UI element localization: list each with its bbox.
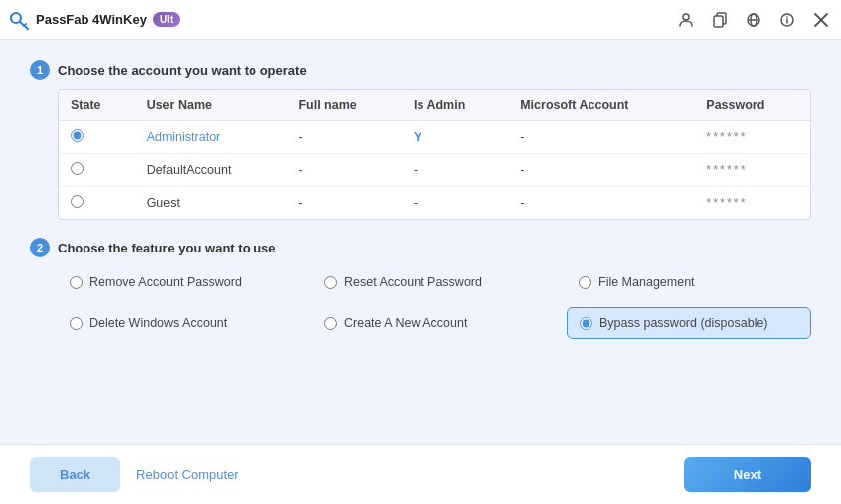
reboot-link[interactable]: Reboot Computer xyxy=(136,467,239,482)
step2-header: 2 Choose the feature you want to use xyxy=(30,238,811,257)
row2-username: DefaultAccount xyxy=(135,154,287,187)
row2-state[interactable] xyxy=(59,154,135,187)
app-title: PassFab 4WinKey xyxy=(36,12,147,27)
col-fullname: Full name xyxy=(286,90,402,121)
user-icon[interactable] xyxy=(676,10,696,30)
feature-bypass-label: Bypass password (disposable) xyxy=(599,316,768,330)
feature-create-account[interactable]: Create A New Account xyxy=(312,307,557,339)
ult-badge: Ult xyxy=(153,12,180,27)
table-row[interactable]: DefaultAccount - - - ****** xyxy=(59,154,810,187)
accounts-table: State User Name Full name Is Admin Micro… xyxy=(59,90,810,219)
info-icon[interactable] xyxy=(777,10,797,30)
close-button[interactable] xyxy=(811,10,831,30)
row3-isadmin: - xyxy=(402,187,508,220)
col-isadmin: Is Admin xyxy=(402,90,508,121)
back-button[interactable]: Back xyxy=(30,457,120,492)
step1-title: Choose the account you want to operate xyxy=(58,63,307,78)
feature-create-label: Create A New Account xyxy=(344,316,467,330)
step2-title: Choose the feature you want to use xyxy=(58,241,276,255)
row3-username: Guest xyxy=(135,187,287,220)
feature-file-management[interactable]: File Management xyxy=(567,267,811,297)
table-header-row: State User Name Full name Is Admin Micro… xyxy=(59,90,810,121)
row2-fullname: - xyxy=(286,154,402,187)
bottom-left: Back Reboot Computer xyxy=(30,457,239,492)
row1-isadmin: Y xyxy=(402,121,508,154)
app-icon xyxy=(8,9,30,31)
feature-delete-label: Delete Windows Account xyxy=(89,316,227,330)
step1-circle: 1 xyxy=(30,60,50,80)
feature-grid: Remove Account Password Reset Account Pa… xyxy=(58,267,811,339)
col-state: State xyxy=(59,90,135,121)
row2-isadmin: - xyxy=(402,154,508,187)
row1-username: Administrator xyxy=(135,121,287,154)
step2-section: 2 Choose the feature you want to use Rem… xyxy=(30,238,811,339)
row3-password: ****** xyxy=(694,187,810,220)
row3-microsoft: - xyxy=(508,187,694,220)
row2-microsoft: - xyxy=(508,154,694,187)
main-content: 1 Choose the account you want to operate… xyxy=(0,40,841,444)
svg-point-11 xyxy=(786,16,788,18)
feature-delete-account[interactable]: Delete Windows Account xyxy=(58,307,302,339)
feature-file-label: File Management xyxy=(598,275,695,289)
col-username: User Name xyxy=(135,90,287,121)
title-bar-right xyxy=(676,10,831,30)
row3-state[interactable] xyxy=(59,187,135,220)
globe-icon[interactable] xyxy=(744,10,763,30)
row1-password: ****** xyxy=(694,121,810,154)
copy-icon[interactable] xyxy=(710,10,730,30)
feature-remove-password[interactable]: Remove Account Password xyxy=(58,267,302,297)
row1-fullname: - xyxy=(286,121,402,154)
bottom-bar: Back Reboot Computer Next xyxy=(0,444,841,504)
col-microsoft: Microsoft Account xyxy=(508,90,694,121)
col-password: Password xyxy=(694,90,810,121)
table-row[interactable]: Administrator - Y - ****** xyxy=(59,121,810,154)
row1-microsoft: - xyxy=(508,121,694,154)
step1-header: 1 Choose the account you want to operate xyxy=(30,60,811,80)
step2-circle: 2 xyxy=(30,238,50,257)
feature-reset-password[interactable]: Reset Account Password xyxy=(312,267,557,297)
title-bar-left: PassFab 4WinKey Ult xyxy=(8,9,180,31)
svg-point-3 xyxy=(683,14,689,20)
table-row[interactable]: Guest - - - ****** xyxy=(59,187,810,220)
feature-remove-label: Remove Account Password xyxy=(89,275,242,289)
feature-reset-label: Reset Account Password xyxy=(344,275,482,289)
next-button[interactable]: Next xyxy=(684,457,811,492)
accounts-table-container: State User Name Full name Is Admin Micro… xyxy=(58,89,811,220)
title-bar: PassFab 4WinKey Ult xyxy=(0,0,841,40)
row3-fullname: - xyxy=(286,187,402,220)
row2-password: ****** xyxy=(694,154,810,187)
feature-bypass-password[interactable]: Bypass password (disposable) xyxy=(567,307,811,339)
svg-rect-5 xyxy=(714,16,723,27)
row1-state[interactable] xyxy=(59,121,135,154)
